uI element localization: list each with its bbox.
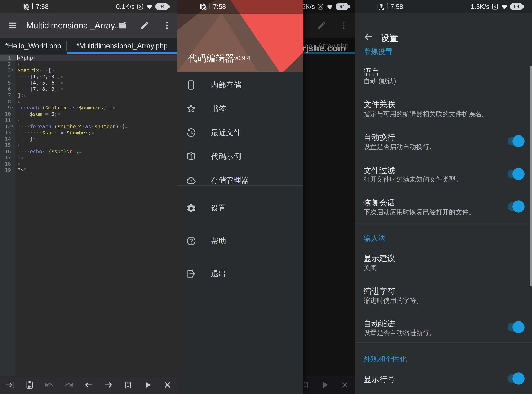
fold-marker-icon[interactable]: ▾ xyxy=(11,123,16,129)
line-number: 5 xyxy=(0,80,11,86)
setting-item-indent-char[interactable]: 缩进字符 xyxy=(364,286,395,296)
setting-item-file-filter[interactable]: 文件过滤 xyxy=(364,165,395,176)
code-line-1[interactable]: 1<?php¤ xyxy=(0,55,177,61)
line-number: 9 xyxy=(0,104,11,111)
dimmed-action-bar xyxy=(303,376,355,394)
code-line-19[interactable]: 19?>¶ xyxy=(0,167,177,173)
overflow-menu-icon[interactable] xyxy=(162,21,172,30)
line-number: 10 xyxy=(0,111,11,117)
drawer-item-code-samples[interactable]: 代码示例 xyxy=(177,145,303,168)
setting-item-show-suggestions[interactable]: 显示建议 xyxy=(364,253,395,264)
close-button[interactable] xyxy=(158,376,177,394)
code-line-7[interactable]: 7];¤ xyxy=(0,92,177,98)
drawer-item-internal-storage[interactable]: 内部存储 xyxy=(177,73,303,97)
scrollbar[interactable] xyxy=(530,67,532,286)
setting-item-show-line-numbers[interactable]: 显示行号 xyxy=(364,374,395,384)
drawer-item-label: 代码示例 xyxy=(211,151,241,161)
code-line-6[interactable]: 6····[7,·8,·9],¤ xyxy=(0,86,177,92)
tab-hello-world[interactable]: *Hello_World.php xyxy=(0,38,66,54)
app-toolbar: Multidimensional_Array... xyxy=(0,13,177,38)
play-icon-dimmed xyxy=(315,376,335,394)
setting-item-language[interactable]: 语言 xyxy=(364,67,379,77)
cloud-plus-icon xyxy=(186,175,196,186)
phone-icon xyxy=(186,80,196,90)
drawer-item-settings[interactable]: 设置 xyxy=(177,196,303,220)
line-number: 19 xyxy=(0,167,11,173)
code-line-14[interactable]: 14····}¤ xyxy=(0,136,177,142)
setting-item-word-wrap[interactable]: 自动换行 xyxy=(364,132,395,142)
editor-screen: 晚上7:58 0.1K/s 94 Multidimensional_Array.… xyxy=(0,0,177,394)
line-number: 17 xyxy=(0,155,11,161)
toggle-word-wrap[interactable] xyxy=(507,137,523,145)
code-line-17[interactable]: 17}¤ xyxy=(0,155,177,161)
line-number: 4 xyxy=(0,73,11,80)
fold-marker-icon[interactable]: ▾ xyxy=(11,104,16,110)
drawer-item-exit[interactable]: 退出 xyxy=(177,262,303,286)
save-button[interactable] xyxy=(118,376,138,394)
network-x-icon xyxy=(491,3,499,10)
drawer-item-label: 最近文件 xyxy=(211,128,241,138)
setting-item-file-association[interactable]: 文件关联 xyxy=(364,99,395,109)
fold-marker-icon[interactable]: ▾ xyxy=(11,67,16,73)
wifi-icon xyxy=(326,3,334,10)
back-button[interactable] xyxy=(363,31,374,42)
drawer-item-recent-files[interactable]: 最近文件 xyxy=(177,121,303,145)
code-line-4[interactable]: 4····[1,·2,·3],¤ xyxy=(0,73,177,80)
drawer-item-bookmarks[interactable]: 书签 xyxy=(177,97,303,121)
drawer-item-help[interactable]: 帮助 xyxy=(177,229,303,253)
book-icon xyxy=(186,151,196,162)
code-line-8[interactable]: 8¤ xyxy=(0,98,177,104)
toggle-show-line-numbers[interactable] xyxy=(507,374,523,383)
tab-multidimensional-array[interactable]: *Multidimensional_Array.php xyxy=(67,38,177,54)
app-name: 代码编辑器 xyxy=(188,52,234,65)
save-icon xyxy=(124,380,133,389)
code-line-13[interactable]: 13········$sum·+=·$number;¤ xyxy=(0,130,177,136)
close-icon xyxy=(163,380,172,389)
paste-button[interactable] xyxy=(20,376,39,394)
section-header: 外观和个性化 xyxy=(364,354,407,364)
network-x-icon xyxy=(137,3,144,10)
setting-item-restore-session[interactable]: 恢复会话 xyxy=(364,197,395,208)
indent-button[interactable] xyxy=(0,376,20,394)
code-line-11[interactable]: 11¤ xyxy=(0,117,177,123)
settings-header: 设置 xyxy=(355,13,532,41)
page-title: 设置 xyxy=(381,32,398,44)
code-line-12[interactable]: 12▾····foreach·($numbers·as·$number)·{¤ xyxy=(0,123,177,130)
code-line-5[interactable]: 5····[4,·5,·6],¤ xyxy=(0,80,177,86)
wifi-icon xyxy=(501,3,508,10)
code-editor[interactable]: 1<?php¤2¤3▾$matrix·=·[¤4····[1,·2,·3],¤5… xyxy=(0,54,177,376)
drawer-item-label: 退出 xyxy=(211,269,226,279)
setting-item-auto-indent[interactable]: 自动缩进 xyxy=(364,318,395,329)
code-line-9[interactable]: 9▾foreach·($matrix·as·$numbers)·{¤ xyxy=(0,104,177,111)
run-button[interactable] xyxy=(138,376,158,394)
toggle-file-filter[interactable] xyxy=(507,170,523,178)
code-line-2[interactable]: 2¤ xyxy=(0,61,177,67)
setting-subtitle-auto-indent: 设置是否自动缩进新行。 xyxy=(364,328,436,337)
line-number: 12 xyxy=(0,123,11,130)
back-button[interactable] xyxy=(79,376,99,394)
app-version: v0.9.4 xyxy=(234,55,250,62)
code-line-3[interactable]: 3▾$matrix·=·[¤ xyxy=(0,67,177,73)
edit-button[interactable] xyxy=(140,21,149,30)
menu-icon[interactable] xyxy=(8,21,17,30)
code-line-15[interactable]: 15¤ xyxy=(0,142,177,148)
settings-screen: 晚上7:58 1.5K/s 94 设置 常规设置语言自动 (默认)文件关联指定与… xyxy=(355,0,532,394)
paste-icon xyxy=(25,380,34,389)
star-icon xyxy=(186,104,196,114)
section-header: 输入法 xyxy=(364,233,385,243)
status-net-speed: 0.1K/s xyxy=(116,3,135,10)
code-line-10[interactable]: 10····$sum·=·0;¤ xyxy=(0,111,177,117)
drawer-item-storage-manager[interactable]: 存储管理器 xyxy=(177,168,303,192)
toggle-restore-session[interactable] xyxy=(507,202,523,211)
open-file-button[interactable] xyxy=(118,21,127,30)
setting-subtitle-file-association: 指定与可用的编辑器相关联的文件扩展名。 xyxy=(364,109,488,119)
code-line-16[interactable]: 16····echo·"{$sum}\n";¤ xyxy=(0,148,177,155)
tab-bar: *Hello_World.php *Multidimensional_Array… xyxy=(0,38,177,54)
line-number: 2 xyxy=(0,61,11,67)
code-line-18[interactable]: 18¤ xyxy=(0,161,177,167)
screenshot-root: 晚上7:58 0.1K/s 94 Multidimensional_Array.… xyxy=(0,0,532,394)
forward-button[interactable] xyxy=(99,376,118,394)
status-bar: 晚上7:58 1.5K/s 94 xyxy=(355,0,532,13)
active-tab-indicator xyxy=(67,52,177,53)
toggle-auto-indent[interactable] xyxy=(507,323,523,332)
